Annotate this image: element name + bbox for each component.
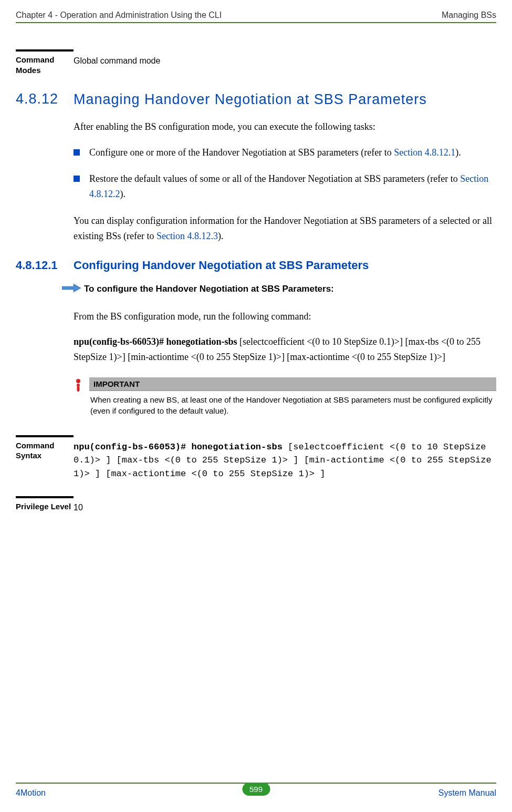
command-modes-label: Command Modes <box>16 49 74 75</box>
important-icon <box>74 377 89 419</box>
command-example: npu(config-bs-66053)# honegotiation-sbs … <box>74 334 496 365</box>
outro-before: You can display configuration informatio… <box>74 215 492 241</box>
section-title: Managing Handover Negotiation at SBS Par… <box>74 91 496 109</box>
page-header: Chapter 4 - Operation and Administration… <box>16 11 496 20</box>
header-left: Chapter 4 - Operation and Administration… <box>16 11 222 20</box>
bullet-item: Restore the default values of some or al… <box>74 171 496 202</box>
bullet-text-after: ). <box>120 189 126 199</box>
command-syntax-bold: npu(config-bs-66053)# honegotiation-sbs <box>74 442 283 452</box>
command-modes-row: Command Modes Global command mode <box>16 49 496 75</box>
command-syntax-label: Command Syntax <box>16 435 74 481</box>
important-body: When creating a new BS, at least one of … <box>89 391 496 419</box>
privilege-level-label: Privilege Level <box>16 496 74 514</box>
command-syntax-row: Command Syntax npu(config-bs-66053)# hon… <box>16 435 496 481</box>
bullet-text-before: Configure one or more of the Handover Ne… <box>89 147 394 158</box>
section-number: 4.8.12 <box>16 91 74 109</box>
header-rule <box>16 22 496 23</box>
command-modes-value: Global command mode <box>74 49 496 75</box>
subsection-heading: 4.8.12.1 Configuring Handover Negotiatio… <box>16 259 496 272</box>
section-heading: 4.8.12 Managing Handover Negotiation at … <box>16 91 496 109</box>
page-number-badge: 599 <box>242 783 270 796</box>
svg-rect-0 <box>74 149 80 156</box>
bullet-text-after: ). <box>455 147 461 158</box>
bullet-item: Configure one or more of the Handover Ne… <box>74 145 496 160</box>
procedure-row: To configure the Handover Negotiation at… <box>62 284 496 294</box>
bullet-text-before: Restore the default values of some or al… <box>89 173 460 184</box>
outro-after: ). <box>218 231 224 241</box>
bullet-marker-icon <box>74 145 89 160</box>
svg-rect-5 <box>77 386 80 392</box>
important-content: IMPORTANT When creating a new BS, at lea… <box>89 377 496 419</box>
footer-right: System Manual <box>438 788 496 798</box>
privilege-level-row: Privilege Level 10 <box>16 496 496 514</box>
svg-rect-1 <box>74 176 80 182</box>
section-outro: You can display configuration informatio… <box>74 213 496 244</box>
important-header: IMPORTANT <box>89 377 496 391</box>
privilege-level-value: 10 <box>74 496 496 514</box>
command-bold: npu(config-bs-66053)# honegotiation-sbs <box>74 336 237 347</box>
footer-left: 4Motion <box>16 788 46 798</box>
run-command-text: From the BS configuration mode, run the … <box>74 309 496 324</box>
important-note: IMPORTANT When creating a new BS, at lea… <box>74 377 496 419</box>
section-intro: After enabling the BS configuration mode… <box>74 119 496 135</box>
svg-point-3 <box>76 379 80 383</box>
bullet-text: Restore the default values of some or al… <box>89 171 496 202</box>
header-right: Managing BSs <box>442 11 496 20</box>
command-syntax-value: npu(config-bs-66053)# honegotiation-sbs … <box>74 435 496 481</box>
svg-marker-2 <box>62 284 81 292</box>
arrow-right-icon <box>62 284 84 294</box>
bullet-text: Configure one or more of the Handover Ne… <box>89 145 496 160</box>
procedure-label: To configure the Handover Negotiation at… <box>84 284 334 294</box>
bullet-marker-icon <box>74 171 89 202</box>
subsection-title: Configuring Handover Negotiation at SBS … <box>74 259 496 272</box>
subsection-number: 4.8.12.1 <box>16 259 74 272</box>
section-link[interactable]: Section 4.8.12.3 <box>156 231 218 241</box>
page-footer: 4Motion 599 System Manual <box>16 783 496 803</box>
section-link[interactable]: Section 4.8.12.1 <box>394 147 455 158</box>
